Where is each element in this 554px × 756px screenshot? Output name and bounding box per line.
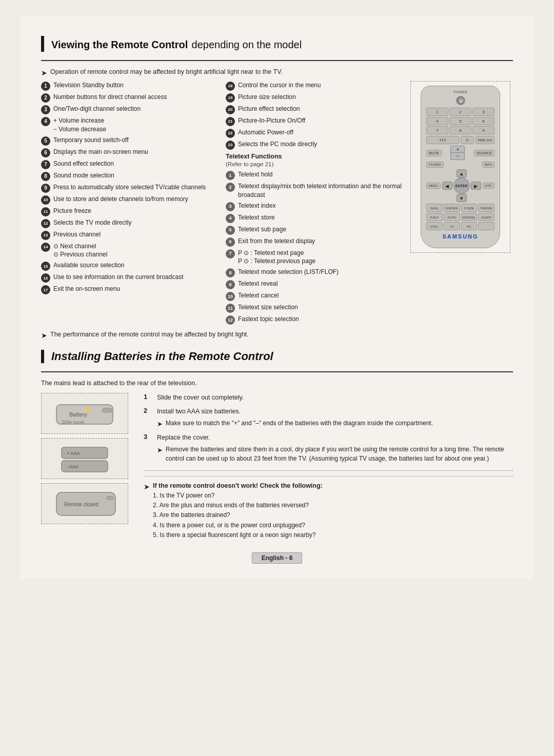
steps-list: 1Slide the cover out completely.2Install…	[144, 393, 513, 463]
nav-mid: ◀ ENTER ▶	[442, 177, 481, 194]
teletext-item-2: 3Teletext index	[226, 202, 405, 211]
btn-0[interactable]: 0	[461, 136, 474, 144]
item-text-14: ⊙ Next channel ⊙ Previous channel	[53, 242, 221, 260]
tel-text-2: Teletext index	[238, 202, 405, 210]
nav-up[interactable]: ▲	[457, 169, 467, 177]
svg-text:Slide cover: Slide cover	[62, 420, 85, 425]
btn-pc[interactable]: PC	[461, 222, 478, 230]
btn-ttxmix[interactable]: TTX/MIX	[426, 162, 444, 168]
power-button[interactable]: ⏻	[456, 96, 465, 105]
btn-tv[interactable]: TV	[444, 222, 460, 230]
teletext-item-11: 12Fastext topic selection	[226, 315, 405, 325]
btn-3[interactable]: 3	[472, 108, 494, 116]
svg-text:- AAA: - AAA	[67, 464, 78, 469]
btn-5[interactable]: 5	[449, 117, 471, 125]
teletext-item-4: 5Teletext sub page	[226, 225, 405, 235]
btn-ttx[interactable]: TTX	[426, 136, 459, 144]
item-text-5: Temporary sound switch-off	[53, 136, 221, 145]
nav-down[interactable]: ▼	[457, 194, 467, 202]
item-num-15: 15	[41, 262, 50, 271]
right-item-num-18: 18	[226, 82, 235, 91]
tel-num-6: 7	[226, 249, 235, 258]
btn-4[interactable]: 4	[426, 117, 448, 125]
nav-right[interactable]: ▶	[471, 182, 481, 190]
teletext-item-10: 11Teletext size selection	[226, 303, 405, 313]
nav-left[interactable]: ◀	[442, 182, 452, 190]
left-list: 1Television Standby button2Number button…	[41, 81, 221, 294]
battery-image-3: Remote closed	[41, 483, 128, 524]
section-divider-2	[41, 371, 513, 372]
tel-text-7: Teletext mode selection (LIST/FLOF)	[238, 268, 405, 276]
bottom-row-2: P.IN.P AUTO PROG ADD/DEL SLEEP	[426, 213, 494, 221]
tel-text-6: P ⊙ : Teletext next page P ⊙ : Teletext …	[238, 249, 405, 266]
section-divider	[41, 60, 513, 61]
btn-still[interactable]: STILL	[426, 222, 443, 230]
btn-8[interactable]: 8	[449, 126, 471, 134]
btn-info[interactable]: INFO	[482, 162, 494, 168]
item-text-7: Sound effect selection	[53, 160, 221, 168]
step-note-arrow-2: ➤	[157, 419, 163, 429]
warning-items: 1. Is the TV power on?2. Are the plus an…	[153, 491, 323, 540]
item-text-8: Sound mode selection	[53, 171, 221, 180]
tel-text-5: Exit from the teletext display	[238, 237, 405, 246]
item-num-6: 6	[41, 148, 50, 157]
btn-source[interactable]: SOURCE	[474, 150, 494, 156]
warning-item-3: 4. Is there a power cut, or is the power…	[153, 521, 323, 530]
btn-menu[interactable]: MENU	[426, 183, 441, 189]
item-text-4: + Volume increase − Volume decrease	[53, 116, 221, 134]
btn-dual[interactable]: DUAL	[426, 204, 443, 212]
remote-power-label: POWER	[426, 90, 494, 94]
tel-num-2: 3	[226, 202, 235, 211]
btn-psize[interactable]: P.SIZE	[461, 204, 478, 212]
left-list-item-3: 3One/Two-digit channel selection	[41, 105, 221, 114]
teletext-item-3: 4Teletext store	[226, 213, 405, 223]
btn-6[interactable]: 6	[472, 117, 494, 125]
arrow-icon-2: ➤	[41, 331, 47, 340]
left-list-item-6: 6Displays the main on-screen menu	[41, 148, 221, 157]
right-item-num-21: 21	[226, 117, 235, 126]
warning-item-0: 1. Is the TV power on?	[153, 491, 323, 501]
tel-text-10: Teletext size selection	[238, 303, 405, 312]
btn-smode[interactable]: S.MODE	[444, 204, 460, 212]
btn-1[interactable]: 1	[426, 108, 448, 116]
svg-rect-10	[107, 496, 113, 500]
btn-9[interactable]: 9	[472, 126, 494, 134]
item-num-5: 5	[41, 136, 50, 146]
remote-power-row: ⏻	[426, 95, 494, 106]
tel-text-0: Teletext hold	[238, 170, 405, 179]
btn-prech[interactable]: PRE-CH	[476, 136, 494, 144]
tel-num-0: 1	[226, 171, 235, 180]
bottom-row-1: DUAL S.MODE P.SIZE P.MODE	[426, 204, 494, 212]
svg-text:Remote closed: Remote closed	[64, 502, 98, 507]
left-list-item-13: 13Previous channel	[41, 230, 221, 240]
page: Viewing the Remote Control depending on …	[21, 15, 533, 579]
item-num-10: 10	[41, 195, 50, 205]
warning-item-4: 5. Is there a special fluorescent light …	[153, 530, 323, 540]
item-num-14: 14	[41, 243, 50, 252]
svg-rect-1	[103, 408, 112, 412]
btn-exit[interactable]: EXIT	[483, 183, 494, 189]
item-text-3: One/Two-digit channel selection	[53, 105, 221, 113]
item-text-16: Use to see information on the current br…	[53, 273, 221, 282]
item-num-9: 9	[41, 184, 50, 193]
item-text-10: Use to store and delete channels to/from…	[53, 195, 221, 204]
btn-blank	[478, 222, 494, 230]
left-list-item-12: 12Selects the TV mode directly	[41, 218, 221, 228]
vol-plus[interactable]: +	[450, 146, 465, 153]
warning-item-2: 3. Are the batteries drained?	[153, 510, 323, 520]
nav-enter[interactable]: ENTER	[453, 177, 470, 194]
btn-pip[interactable]: P.IN.P	[426, 213, 443, 221]
btn-pmode[interactable]: P.MODE	[478, 204, 494, 212]
btn-adddel[interactable]: ADD/DEL	[461, 213, 478, 221]
left-list-item-11: 11Picture freeze	[41, 207, 221, 216]
tel-text-9: Teletext cancel	[238, 291, 405, 300]
btn-2[interactable]: 2	[449, 108, 471, 116]
btn-mute[interactable]: MUTE	[426, 150, 442, 156]
btn-sleep[interactable]: SLEEP	[478, 213, 494, 221]
btn-autoprog[interactable]: AUTO PROG	[444, 213, 460, 221]
vol-minus[interactable]: −	[450, 153, 465, 160]
warning-arrow-icon: ➤	[144, 481, 150, 492]
btn-7[interactable]: 7	[426, 126, 448, 134]
samsung-logo: SAMSUNG	[426, 233, 494, 240]
item-num-8: 8	[41, 172, 50, 181]
